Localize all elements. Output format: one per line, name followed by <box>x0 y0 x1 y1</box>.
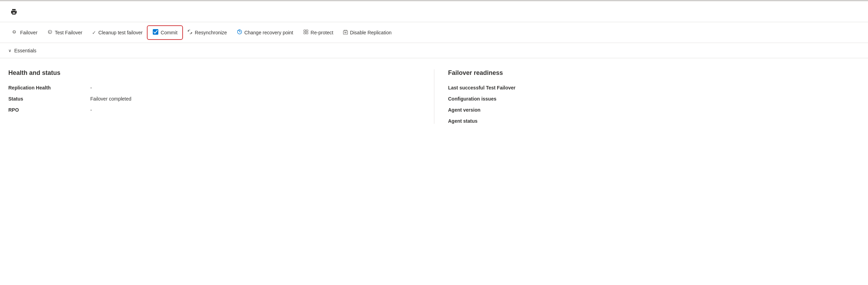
resync-icon <box>187 29 193 36</box>
commit-label: Commit <box>161 30 177 35</box>
svg-text:⛁: ⛁ <box>48 31 51 34</box>
disable-replication-label: Disable Replication <box>350 30 392 35</box>
svg-rect-7 <box>306 30 308 32</box>
header-bar <box>0 1 868 22</box>
rpo-label: RPO <box>8 107 85 113</box>
failover-icon: ⛁ <box>12 29 18 36</box>
recovery-icon <box>237 29 242 36</box>
resynchronize-button[interactable]: Resynchronize <box>183 27 231 38</box>
essentials-label: Essentials <box>14 48 36 53</box>
svg-text:⛁: ⛁ <box>13 31 16 34</box>
re-protect-button[interactable]: Re-protect <box>299 27 337 38</box>
disable-replication-button[interactable]: Disable Replication <box>339 27 396 38</box>
replication-health-value: - <box>90 85 420 90</box>
print-button[interactable] <box>8 6 19 17</box>
commit-button[interactable]: Commit <box>148 27 182 38</box>
replication-health-label: Replication Health <box>8 85 85 90</box>
resynchronize-label: Resynchronize <box>195 30 227 35</box>
agent-status-item: Agent status <box>448 118 860 124</box>
re-protect-label: Re-protect <box>311 30 333 35</box>
agent-version-item: Agent version <box>448 107 860 113</box>
test-failover-label: Test Failover <box>55 30 82 35</box>
essentials-bar[interactable]: ∨ Essentials <box>0 43 868 58</box>
change-recovery-point-button[interactable]: Change recovery point <box>233 27 298 38</box>
svg-rect-9 <box>306 32 308 34</box>
content-area: Health and status Replication Health - S… <box>0 58 868 135</box>
failover-section: Failover readiness Last successful Test … <box>434 69 860 124</box>
readiness-items: Last successful Test Failover Configurat… <box>448 85 860 124</box>
svg-rect-8 <box>304 32 306 34</box>
failover-section-title: Failover readiness <box>448 69 860 77</box>
last-test-failover-item: Last successful Test Failover <box>448 85 860 90</box>
svg-rect-6 <box>304 30 306 32</box>
failover-label: Failover <box>20 30 37 35</box>
change-recovery-point-label: Change recovery point <box>244 30 293 35</box>
status-value: Failover completed <box>90 96 420 102</box>
failover-button[interactable]: ⛁ Failover <box>8 27 42 38</box>
test-failover-button[interactable]: ⛁ Test Failover <box>43 27 86 38</box>
configuration-issues-item: Configuration issues <box>448 96 860 102</box>
reprotect-icon <box>303 29 309 36</box>
cleanup-test-failover-button[interactable]: ✓ Cleanup test failover <box>88 28 147 37</box>
health-info-grid: Replication Health - Status Failover com… <box>8 85 420 113</box>
cleanup-label: Cleanup test failover <box>98 30 143 35</box>
commit-icon <box>152 29 159 36</box>
status-label: Status <box>8 96 85 102</box>
cleanup-icon: ✓ <box>92 30 96 35</box>
health-section-title: Health and status <box>8 69 420 77</box>
disable-icon <box>343 29 348 36</box>
test-failover-icon: ⛁ <box>47 29 53 36</box>
health-section: Health and status Replication Health - S… <box>8 69 434 124</box>
rpo-value: - <box>90 107 420 113</box>
toolbar: ⛁ Failover ⛁ Test Failover ✓ Cleanup tes… <box>0 22 868 43</box>
essentials-chevron: ∨ <box>8 48 11 53</box>
